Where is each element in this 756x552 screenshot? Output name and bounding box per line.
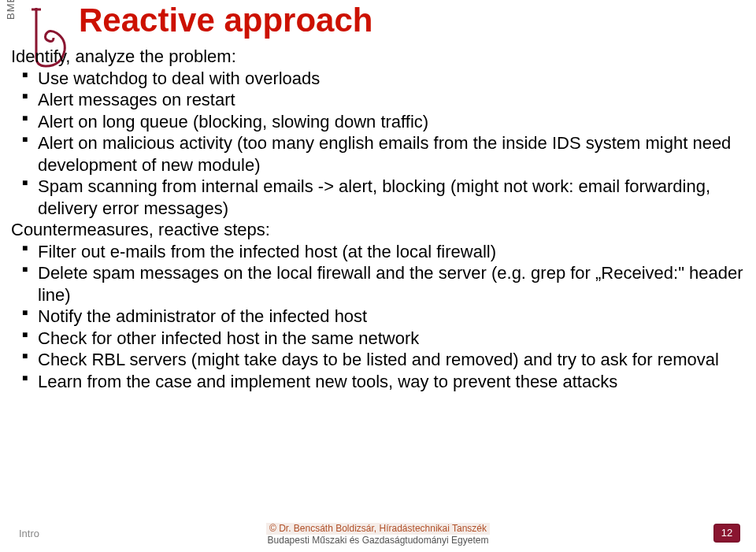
page-number-badge: 12 — [713, 524, 740, 543]
slide-title: Reactive approach — [79, 2, 373, 39]
section-heading-2: Countermeasures, reactive steps: — [11, 219, 745, 241]
list-item: Learn from the case and implement new to… — [11, 371, 745, 393]
list-item: Use watchdog to deal with overloads — [11, 68, 745, 90]
list-item: Alert on long queue (blocking, slowing d… — [11, 111, 745, 133]
bullet-list-1: Use watchdog to deal with overloads Aler… — [11, 68, 745, 220]
footer-copyright: © Dr. Bencsáth Boldizsár, Híradástechnik… — [266, 523, 490, 534]
list-item: Alert messages on restart — [11, 89, 745, 111]
list-item: Filter out e-mails from the infected hos… — [11, 241, 745, 263]
section-heading-1: Identify, analyze the problem: — [11, 46, 745, 68]
list-item: Delete spam messages on the local firewa… — [11, 262, 745, 306]
bullet-list-2: Filter out e-mails from the infected hos… — [11, 241, 745, 393]
content-area: Identify, analyze the problem: Use watch… — [11, 46, 745, 392]
list-item: Check for other infected host in the sam… — [11, 328, 745, 350]
list-item: Notify the administrator of the infected… — [11, 306, 745, 328]
footer-institution: Budapesti Műszaki és Gazdaságtudományi E… — [0, 535, 756, 546]
list-item: Check RBL servers (might take days to be… — [11, 349, 745, 371]
list-item: Alert on malicious activity (too many en… — [11, 132, 745, 176]
footer-center: © Dr. Bencsáth Boldizsár, Híradástechnik… — [0, 523, 756, 546]
footer: Intro © Dr. Bencsáth Boldizsár, Híradást… — [0, 519, 756, 547]
list-item: Spam scanning from internal emails -> al… — [11, 176, 745, 219]
bme-label: BME — [5, 0, 17, 20]
